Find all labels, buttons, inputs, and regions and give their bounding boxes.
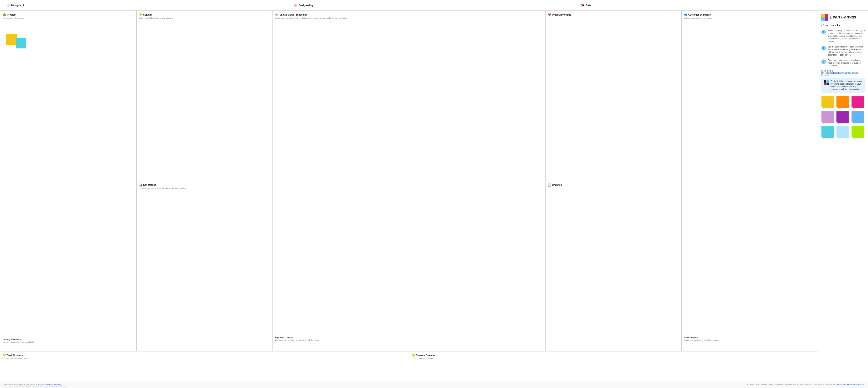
footer-left-link[interactable]: https://leanstack.com/leancanvas (38, 383, 61, 385)
step-3-text: Come back to the canvas everytime you ne… (828, 59, 865, 67)
sidebar-title-row: Lean Canvas (821, 13, 865, 21)
key-metrics-title: 📊 Key Metrics (139, 183, 270, 186)
existing-alternatives-subtitle: List how these problems are solved today… (3, 341, 35, 343)
solution-cell: 🏆 Solution Outline a possible solution f… (136, 11, 273, 181)
designed-by-section: 🌸 Designed by: (290, 3, 578, 7)
unfair-advantage-icon: 💜 (548, 13, 551, 16)
header: ❄️ Designed for: 🌸 Designed by: 📅 Date: (0, 0, 868, 10)
unfair-advantage-cell: 💜 Unfair Advantage (545, 11, 682, 181)
cost-structure-title: 💛 Cost Structure (2, 354, 407, 357)
step-1-number: 1 (821, 30, 826, 34)
high-level-concept-label: High-Level Concept (275, 337, 319, 339)
bottom-row: 💛 Cost Structure List your fixed and var… (0, 351, 818, 382)
footer-right-link[interactable]: http://creativecommons.org/licenses/by-.… (836, 383, 865, 385)
solution-title: 🏆 Solution (139, 13, 270, 16)
promo-icon (824, 80, 829, 85)
customer-segments-title: 👥 Customer Segments (684, 13, 815, 16)
customer-segments-subtitle: List your target customer and users. (684, 17, 815, 20)
designed-for-icon: ❄️ (6, 3, 10, 7)
sticky-stack-lilac[interactable] (821, 111, 835, 124)
early-adopters-subtitle: List the characteristics of your ideal c… (684, 339, 720, 341)
channels-cell: 🔄 Channels (545, 181, 682, 351)
date-icon: 📅 (581, 3, 585, 7)
sticky-note-yellow[interactable] (6, 34, 17, 44)
step-1: 1 Start by entering the information abou… (821, 29, 865, 43)
sticky-stack-green[interactable] (851, 126, 865, 139)
revenue-streams-subtitle: List your sources of revenue. (412, 358, 816, 360)
promo-box: Get the full Conceptboard experience by … (821, 78, 865, 93)
designed-for-label: Designed for: (11, 4, 27, 7)
existing-alternatives-label: Existing Alternatives (3, 338, 35, 341)
cost-structure-subtitle: List your fixed and variable costs. (2, 358, 407, 360)
channels-icon: 🔄 (548, 183, 551, 186)
customer-segments-icon: 👥 (684, 13, 687, 16)
footer: "Lean Canvas" is a derivative of "Lean C… (0, 382, 868, 388)
sticky-stack-ltblue[interactable] (836, 126, 850, 139)
logo-q1 (821, 13, 825, 17)
how-it-works-title: How it works (821, 24, 865, 27)
sticky-stack-pink[interactable] (851, 96, 865, 109)
step-3-number: 3 (821, 59, 826, 64)
sticky-stack-yellow[interactable] (821, 96, 835, 109)
step-3: 3 Come back to the canvas everytime you … (821, 59, 865, 67)
footer-left: "Lean Canvas" is a derivative of "Lean C… (3, 383, 66, 387)
problem-cell: 🟢 Problem List your top 1 - 3 problems. … (0, 11, 136, 351)
revenue-streams-cell: 💛 Revenue Streams List your sources of r… (409, 351, 818, 382)
solution-icon: 🏆 (139, 13, 142, 16)
logo-q2 (825, 13, 828, 17)
customer-segments-cell: 👥 Customer Segments List your target cus… (682, 11, 818, 351)
high-level-concept-subtitle: List your X for Y analogy e.g. YouTube =… (275, 339, 319, 341)
sticky-stack-purple[interactable] (836, 111, 850, 124)
step-2-text: Use the sticky stash to fill each sectio… (828, 46, 865, 56)
problem-icon: 🟢 (3, 13, 6, 16)
uvp-cell: 💎 Unique Value Proposition Single, clear… (273, 11, 545, 351)
promo-text: Get the full Conceptboard experience by … (831, 80, 863, 91)
sticky-stack-orange[interactable] (836, 96, 850, 109)
designed-by-label: Designed by: (299, 4, 314, 7)
unfair-advantage-title: 💜 Unfair Advantage (548, 13, 679, 16)
learn-more: Learn more at https://conceptboard.com/b… (821, 70, 865, 76)
sticky-stack-blue[interactable] (851, 111, 865, 124)
step-2: 2 Use the sticky stash to fill each sect… (821, 46, 865, 56)
key-metrics-cell: 📊 Key Metrics List the key numbers that … (136, 181, 273, 351)
sidebar-main-title: Lean Canvas (830, 14, 856, 20)
footer-right: This work is licensed under the Creative… (746, 383, 865, 387)
cost-structure-cell: 💛 Cost Structure List your fixed and var… (0, 351, 409, 382)
main-layout: 🟢 Problem List your top 1 - 3 problems. … (0, 10, 868, 382)
step-2-number: 2 (821, 46, 826, 51)
date-section: 📅 Date: (578, 3, 865, 7)
key-metrics-subtitle: List the key numbers that tell you how y… (139, 187, 270, 189)
designed-by-icon: 🌸 (293, 3, 297, 7)
canvas-grid: 🟢 Problem List your top 1 - 3 problems. … (0, 10, 818, 351)
learn-more-link[interactable]: https://conceptboard.com/blog/lean-canva… (821, 72, 859, 76)
step-1-text: Start by entering the information about … (828, 29, 865, 43)
canvas-area: 🟢 Problem List your top 1 - 3 problems. … (0, 10, 818, 382)
problem-title: 🟢 Problem (3, 13, 134, 16)
sidebar-logo (821, 13, 828, 21)
channels-title: 🔄 Channels (548, 183, 679, 186)
key-metrics-icon: 📊 (139, 183, 142, 186)
solution-subtitle: Outline a possible solution for each pro… (139, 17, 270, 20)
uvp-title: 💎 Unique Value Proposition (275, 13, 542, 16)
logo-q3 (821, 17, 825, 21)
sidebar: Lean Canvas How it works 1 Start by ente… (818, 10, 868, 382)
logo-q4 (825, 17, 828, 21)
problem-subtitle: List your top 1 - 3 problems. (3, 17, 134, 20)
sticky-stash (821, 96, 865, 139)
revenue-streams-icon: 💛 (412, 354, 415, 357)
early-adopters-label: Early Adopters (684, 337, 720, 339)
cost-structure-icon: 💛 (2, 354, 6, 357)
sticky-note-cyan[interactable] (16, 38, 26, 49)
uvp-subtitle: Single, clear, compelling message that s… (275, 17, 542, 20)
designed-for-section: ❄️ Designed for: (3, 3, 290, 7)
date-label: Date: (586, 4, 592, 7)
uvp-icon: 💎 (275, 13, 278, 16)
sticky-stack-cyan[interactable] (821, 126, 835, 139)
revenue-streams-title: 💛 Revenue Streams (412, 354, 816, 357)
